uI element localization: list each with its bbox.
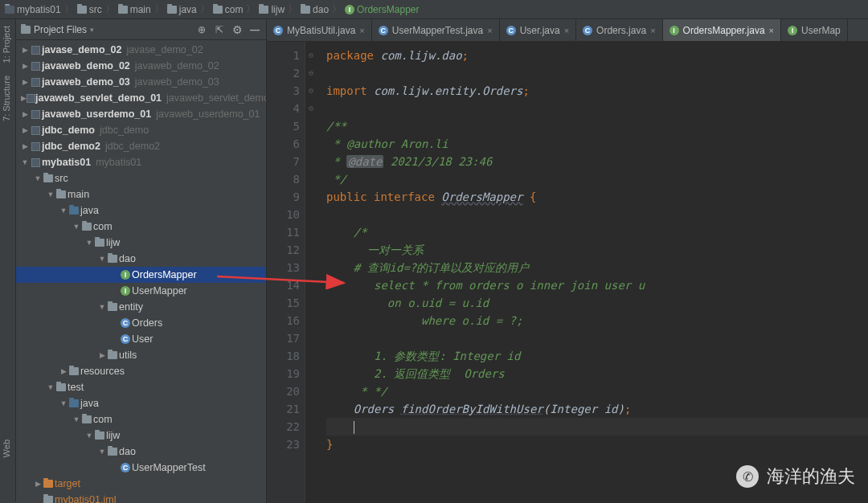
code-line-9[interactable]: public interface OrdersMapper { (326, 188, 868, 206)
code-line-14[interactable]: select * from orders o inner join user u (326, 276, 868, 294)
code-line-1[interactable]: package com.lijw.dao; (326, 47, 868, 64)
toolwindow-tab-web[interactable]: Web (0, 433, 13, 464)
close-icon[interactable]: × (650, 26, 655, 35)
toolwindow-tab-project[interactable]: 1: Project (0, 19, 13, 69)
code-content[interactable]: package com.lijw.dao; import com.lijw.en… (317, 42, 868, 503)
code-line-7[interactable]: * @date 2021/3/18 23:46 (326, 153, 868, 170)
breadcrumb[interactable]: mybatis01〉src〉main〉java〉com〉lijw〉dao〉IOr… (0, 0, 868, 19)
expand-arrow-icon[interactable]: ▶ (21, 78, 29, 86)
breadcrumb-item[interactable]: dao (301, 4, 329, 15)
expand-arrow-icon[interactable]: ▼ (72, 415, 80, 423)
expand-arrow-icon[interactable]: ▼ (47, 190, 55, 198)
expand-arrow-icon[interactable]: ▼ (59, 207, 68, 215)
expand-arrow-icon[interactable]: ▶ (98, 351, 106, 359)
tree-item-usermappertest[interactable]: CUserMapperTest (16, 460, 266, 476)
editor-tab-ordersmapper-java[interactable]: IOrdersMapper.java× (663, 19, 781, 41)
code-line-11[interactable]: /* (326, 223, 868, 241)
tree-item-target[interactable]: ▶target (16, 476, 266, 492)
code-line-21[interactable]: Orders findOrderByIdWithUser(Integer id)… (326, 400, 868, 418)
code-line-12[interactable]: 一对一关系 (326, 241, 868, 259)
tree-item-usermapper[interactable]: IUserMapper (16, 283, 266, 299)
project-tree[interactable]: ▶javase_demo_02javase_demo_02▶javaweb_de… (16, 40, 266, 503)
tree-item-javaweb-servlet-demo-01[interactable]: ▶javaweb_servlet_demo_01javaweb_servlet_… (16, 90, 266, 106)
tree-item-javaweb-demo-02[interactable]: ▶javaweb_demo_02javaweb_demo_02 (16, 58, 266, 74)
code-line-3[interactable]: import com.lijw.entity.Orders; (326, 82, 868, 100)
editor-tab-mybatisutil-java[interactable]: CMyBatisUtil.java× (267, 19, 372, 41)
tree-item-mybatis01-iml[interactable]: mybatis01.iml (16, 492, 266, 503)
tree-item-user[interactable]: CUser (16, 331, 266, 347)
tree-item-jdbc-demo[interactable]: ▶jdbc_demojdbc_demo (16, 122, 266, 138)
expand-arrow-icon[interactable]: ▶ (34, 480, 42, 488)
tree-item-entity[interactable]: ▼entity (16, 299, 266, 315)
tree-item-jdbc-demo2[interactable]: ▶jdbc_demo2jdbc_demo2 (16, 138, 266, 154)
breadcrumb-item[interactable]: mybatis01 (5, 4, 61, 15)
expand-arrow-icon[interactable]: ▼ (85, 239, 93, 247)
expand-arrow-icon[interactable]: ▼ (85, 431, 93, 440)
code-line-22[interactable] (326, 418, 868, 436)
code-line-15[interactable]: on o.uid = u.id (326, 294, 868, 312)
editor-tab-orders-java[interactable]: COrders.java× (576, 19, 662, 41)
breadcrumb-item[interactable]: java (167, 4, 197, 15)
toolwindow-tab-structure[interactable]: 7: Structure (0, 69, 13, 128)
tree-item-lijw[interactable]: ▼lijw (16, 427, 266, 444)
close-icon[interactable]: × (487, 26, 492, 35)
expand-arrow-icon[interactable]: ▼ (59, 399, 68, 407)
expand-arrow-icon[interactable]: ▶ (21, 126, 29, 134)
code-line-8[interactable]: */ (326, 170, 868, 188)
code-line-2[interactable] (326, 64, 868, 82)
code-line-23[interactable]: } (326, 436, 868, 453)
breadcrumb-item[interactable]: src (77, 4, 102, 15)
project-view-selector[interactable]: Project Files ▾ (21, 24, 190, 35)
tree-item-javaweb-userdemo-01[interactable]: ▶javaweb_userdemo_01javaweb_userdemo_01 (16, 106, 266, 122)
breadcrumb-item[interactable]: com (213, 4, 244, 15)
code-line-18[interactable]: 1. 参数类型: Integer id (326, 347, 868, 365)
expand-arrow-icon[interactable]: ▼ (72, 223, 80, 231)
editor-tab-usermap[interactable]: IUserMap (781, 19, 848, 41)
tree-item-com[interactable]: ▼com (16, 411, 266, 427)
tree-item-java[interactable]: ▼java (16, 202, 266, 219)
tree-item-mybatis01[interactable]: ▼mybatis01mybatis01 (16, 154, 266, 170)
code-line-4[interactable] (326, 100, 868, 117)
collapse-icon[interactable]: ⇱ (213, 23, 226, 36)
locate-icon[interactable]: ⊕ (195, 23, 208, 36)
tree-item-main[interactable]: ▼main (16, 186, 266, 202)
hide-icon[interactable]: — (248, 23, 261, 36)
tree-item-java[interactable]: ▼java (16, 395, 266, 411)
expand-arrow-icon[interactable]: ▼ (98, 448, 106, 456)
tree-item-dao[interactable]: ▼dao (16, 251, 266, 267)
tree-item-javaweb-demo-03[interactable]: ▶javaweb_demo_03javaweb_demo_03 (16, 74, 266, 90)
tree-item-ordersmapper[interactable]: IOrdersMapper (16, 267, 266, 283)
expand-arrow-icon[interactable]: ▼ (21, 158, 29, 166)
tree-item-resources[interactable]: ▶resources (16, 363, 266, 379)
close-icon[interactable]: × (769, 26, 774, 35)
code-line-19[interactable]: 2. 返回值类型 Orders (326, 365, 868, 382)
tree-item-dao[interactable]: ▼dao (16, 444, 266, 460)
gear-icon[interactable]: ⚙ (231, 23, 244, 36)
expand-arrow-icon[interactable]: ▼ (47, 383, 55, 391)
close-icon[interactable]: × (359, 26, 364, 35)
code-line-5[interactable]: /** (326, 117, 868, 135)
editor-tab-usermappertest-java[interactable]: CUserMapperTest.java× (372, 19, 500, 41)
tree-item-utils[interactable]: ▶utils (16, 347, 266, 363)
tree-item-src[interactable]: ▼src (16, 170, 266, 186)
breadcrumb-item[interactable]: lijw (259, 4, 285, 15)
expand-arrow-icon[interactable]: ▶ (21, 110, 29, 118)
code-line-10[interactable] (326, 206, 868, 223)
tree-item-lijw[interactable]: ▼lijw (16, 235, 266, 251)
expand-arrow-icon[interactable]: ▼ (34, 174, 42, 182)
expand-arrow-icon[interactable]: ▶ (21, 142, 29, 150)
expand-arrow-icon[interactable]: ▶ (21, 62, 29, 70)
code-line-6[interactable]: * @author Aron.li (326, 135, 868, 153)
breadcrumb-item[interactable]: IOrdersMapper (345, 4, 419, 15)
editor-tab-user-java[interactable]: CUser.java× (500, 19, 576, 41)
tree-item-test[interactable]: ▼test (16, 379, 266, 395)
expand-arrow-icon[interactable]: ▶ (59, 367, 68, 375)
code-line-16[interactable]: where o.id = ?; (326, 312, 868, 329)
tree-item-javase-demo-02[interactable]: ▶javase_demo_02javase_demo_02 (16, 42, 266, 58)
expand-arrow-icon[interactable]: ▼ (98, 255, 106, 263)
expand-arrow-icon[interactable]: ▼ (98, 303, 106, 311)
code-line-13[interactable]: # 查询id=?的订单以及对应的用户 (326, 259, 868, 276)
fold-column[interactable]: ⊖⊖⊖⊖ (305, 42, 317, 503)
close-icon[interactable]: × (564, 26, 569, 35)
tree-item-orders[interactable]: COrders (16, 315, 266, 331)
